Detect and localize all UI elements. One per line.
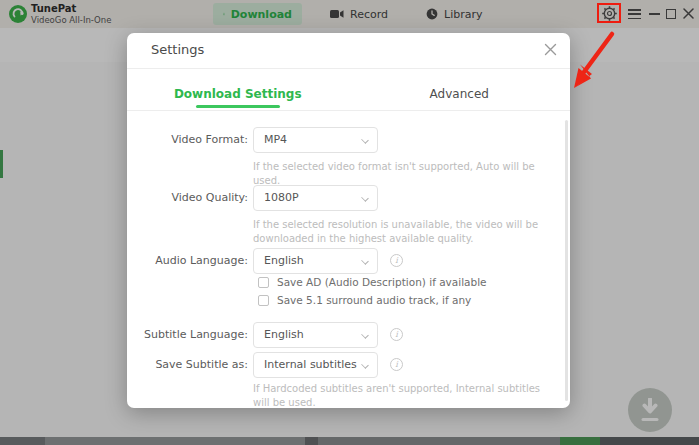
save-subtitle-as-label: Save Subtitle as: bbox=[127, 352, 248, 378]
video-quality-label: Video Quality: bbox=[127, 185, 248, 211]
active-tab-underline bbox=[196, 105, 280, 108]
save-surround-checkbox-label: Save 5.1 surround audio track, if any bbox=[277, 294, 471, 306]
dialog-tabbar: Download Settings Advanced bbox=[127, 73, 570, 101]
chevron-down-icon bbox=[361, 136, 369, 144]
video-format-select[interactable]: MP4 bbox=[253, 127, 378, 153]
video-quality-hint: If the selected resolution is unavailabl… bbox=[253, 218, 555, 246]
save-subtitle-as-select[interactable]: Internal subtitles bbox=[253, 352, 378, 378]
dialog-close-icon[interactable] bbox=[544, 43, 557, 56]
info-icon[interactable]: i bbox=[390, 328, 403, 341]
chevron-down-icon bbox=[361, 331, 369, 339]
info-icon[interactable]: i bbox=[390, 358, 403, 371]
app-window: TunePat VideoGo All-In-One Download Reco… bbox=[0, 0, 699, 445]
video-format-value: MP4 bbox=[264, 133, 287, 146]
save-ad-checkbox-label: Save AD (Audio Description) if available bbox=[277, 276, 487, 288]
save-subtitle-hint: If Hardcoded subtitles aren't supported,… bbox=[253, 382, 555, 410]
chevron-down-icon bbox=[361, 257, 369, 265]
chevron-down-icon bbox=[361, 194, 369, 202]
chevron-down-icon bbox=[361, 361, 369, 369]
save-surround-checkbox-row[interactable]: Save 5.1 surround audio track, if any bbox=[258, 294, 471, 306]
tab-advanced[interactable]: Advanced bbox=[349, 73, 571, 101]
video-quality-value: 1080P bbox=[264, 191, 299, 204]
dialog-tabs-divider bbox=[127, 110, 570, 111]
video-quality-select[interactable]: 1080P bbox=[253, 185, 378, 211]
audio-language-label: Audio Language: bbox=[127, 248, 248, 274]
video-format-label: Video Format: bbox=[127, 127, 248, 153]
save-subtitle-as-value: Internal subtitles bbox=[264, 358, 357, 371]
settings-dialog: Settings Download Settings Advanced Vide… bbox=[127, 33, 570, 408]
save-ad-checkbox[interactable] bbox=[258, 277, 269, 288]
save-ad-checkbox-row[interactable]: Save AD (Audio Description) if available bbox=[258, 276, 487, 288]
dialog-scrollbar[interactable] bbox=[565, 120, 568, 401]
dialog-header-divider bbox=[127, 68, 570, 69]
subtitle-language-value: English bbox=[264, 328, 304, 341]
audio-language-value: English bbox=[264, 254, 304, 267]
subtitle-language-label: Subtitle Language: bbox=[127, 322, 248, 348]
subtitle-language-select[interactable]: English bbox=[253, 322, 378, 348]
dialog-title: Settings bbox=[151, 42, 204, 57]
video-format-hint: If the selected video format isn't suppo… bbox=[253, 160, 555, 188]
info-icon[interactable]: i bbox=[390, 254, 403, 267]
tab-download-settings[interactable]: Download Settings bbox=[127, 73, 349, 101]
save-surround-checkbox[interactable] bbox=[258, 295, 269, 306]
audio-language-select[interactable]: English bbox=[253, 248, 378, 274]
